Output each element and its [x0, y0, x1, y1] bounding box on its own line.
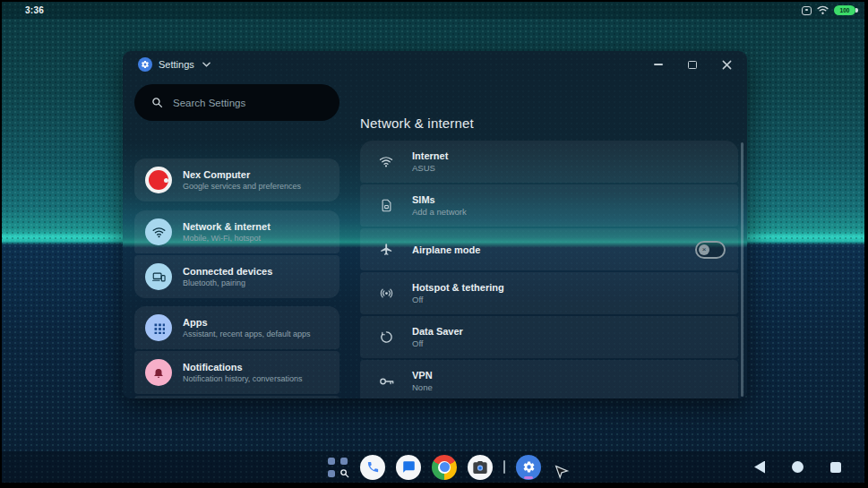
phone-app-icon[interactable] [360, 455, 385, 480]
row-subtitle: ASUS [412, 163, 448, 173]
row-title: SIMs [412, 194, 467, 205]
bell-icon [145, 359, 172, 386]
row-airplane-mode[interactable]: Airplane mode × [360, 228, 738, 270]
navigation-buttons [754, 451, 841, 483]
screen: 3:36 100 Settings [0, 0, 868, 488]
sidebar-item-label: Connected devices [183, 266, 272, 277]
sidebar-item-subtitle: Notification history, conversations [183, 374, 302, 383]
running-app-indicator [524, 476, 533, 479]
settings-rows: Internet ASUS SIMs Add a network [360, 141, 738, 398]
all-apps-button[interactable] [326, 456, 349, 479]
row-subtitle: Off [412, 295, 504, 304]
window-title-bar[interactable]: Settings [123, 51, 747, 78]
toggle-thumb: × [699, 244, 709, 255]
row-internet[interactable]: Internet ASUS [360, 141, 738, 183]
settings-sidebar: Search Settings Nex Computer Google serv… [134, 78, 339, 398]
chevron-down-icon [202, 62, 211, 67]
apps-grid-icon [145, 314, 172, 341]
chrome-app-icon[interactable] [432, 455, 457, 480]
row-data-saver[interactable]: Data Saver Off [360, 316, 738, 358]
clock: 3:36 [25, 5, 44, 15]
sidebar-item-account[interactable]: Nex Computer Google services and prefere… [134, 158, 339, 201]
recents-button[interactable] [830, 462, 841, 473]
window-app-menu[interactable]: Settings [138, 57, 211, 72]
hotspot-icon [360, 287, 412, 300]
row-subtitle: None [412, 382, 433, 392]
camera-app-icon[interactable] [468, 455, 493, 480]
sidebar-item-connected-devices[interactable]: Connected devices Bluetooth, pairing [134, 255, 339, 298]
row-vpn[interactable]: VPN None [360, 360, 738, 398]
wifi-icon [360, 156, 412, 167]
row-hotspot-tethering[interactable]: Hotspot & tethering Off [360, 272, 738, 314]
row-subtitle: Add a network [412, 207, 467, 217]
status-icons[interactable]: 100 [802, 5, 855, 15]
row-title: Data Saver [412, 326, 463, 337]
sidebar-item-subtitle: Bluetooth, pairing [183, 278, 272, 287]
maximize-icon [688, 61, 697, 69]
scrollbar[interactable] [741, 142, 743, 397]
search-icon [151, 97, 163, 108]
minimize-icon [654, 64, 663, 65]
search-icon [339, 468, 349, 478]
close-icon [722, 60, 732, 70]
wifi-icon [145, 218, 172, 245]
devices-icon [145, 263, 172, 290]
dock [326, 451, 570, 483]
row-title: Airplane mode [412, 244, 480, 255]
settings-content-pane: Network & internet Internet ASUS [360, 78, 747, 398]
vpn-icon [360, 376, 412, 387]
back-button[interactable] [754, 461, 765, 474]
sidebar-item-subtitle: Assistant, recent apps, default apps [183, 330, 311, 338]
account-subtitle: Google services and preferences [183, 182, 301, 191]
data-saver-icon [360, 330, 412, 344]
sidebar-item-apps[interactable]: Apps Assistant, recent apps, default app… [134, 306, 339, 349]
page-title: Network & internet [360, 116, 474, 131]
app-dot [328, 458, 335, 465]
row-subtitle: Off [412, 338, 463, 348]
desktop-wallpaper: 3:36 100 Settings [2, 2, 864, 483]
wifi-icon [817, 5, 829, 15]
sidebar-item-subtitle: Mobile, Wi-Fi, hotspot [183, 234, 271, 243]
sim-icon [360, 199, 412, 212]
sidebar-item-label: Notifications [183, 362, 302, 372]
sidebar-item-label: Apps [183, 317, 311, 328]
home-button[interactable] [792, 461, 804, 473]
row-title: Hotspot & tethering [412, 282, 504, 293]
messages-app-icon[interactable] [396, 455, 421, 480]
status-bar: 3:36 100 [2, 2, 864, 19]
row-title: VPN [412, 370, 433, 381]
maximize-button[interactable] [686, 58, 699, 71]
avatar [145, 167, 172, 193]
battery-icon: 100 [834, 5, 855, 15]
airplane-mode-toggle[interactable]: × [695, 241, 726, 259]
sidebar-item-network-internet[interactable]: Network & internet Mobile, Wi-Fi, hotspo… [134, 210, 339, 253]
settings-window: Settings S [123, 51, 747, 398]
search-input[interactable]: Search Settings [134, 84, 339, 121]
app-dot [340, 458, 348, 465]
taskbar [2, 451, 864, 483]
minimize-button[interactable] [652, 58, 665, 71]
sidebar-item-notifications[interactable]: Notifications Notification history, conv… [134, 351, 339, 394]
window-body: Search Settings Nex Computer Google serv… [123, 78, 747, 398]
sidebar-item-sound-vibration[interactable]: Sound & vibration Volume and haptics [134, 396, 339, 398]
settings-app-icon[interactable] [516, 455, 541, 480]
close-button[interactable] [720, 58, 733, 71]
airplane-icon [360, 243, 412, 256]
row-title: Internet [412, 150, 448, 161]
dock-divider [503, 460, 505, 474]
row-sims[interactable]: SIMs Add a network [360, 184, 738, 227]
window-title: Settings [159, 59, 194, 70]
sidebar-item-label: Network & internet [183, 221, 271, 232]
mouse-cursor [554, 463, 570, 479]
app-dot [328, 470, 335, 477]
account-title: Nex Computer [183, 169, 301, 180]
settings-gear-icon [138, 57, 152, 72]
search-placeholder: Search Settings [173, 98, 245, 108]
notification-icon [802, 6, 812, 15]
